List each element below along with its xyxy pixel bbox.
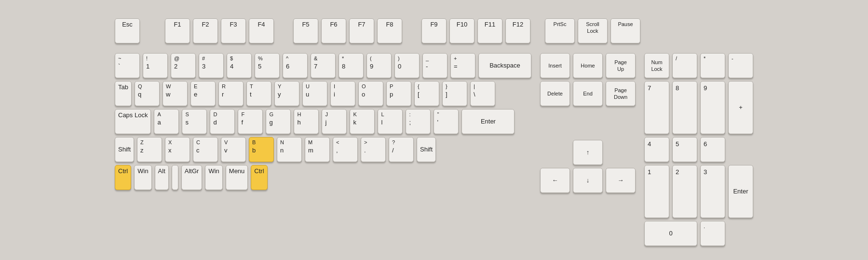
key-f9[interactable]: F9	[421, 18, 447, 43]
key-space[interactable]	[172, 165, 178, 190]
key-8[interactable]: * 8	[339, 53, 364, 78]
key-page-up[interactable]: PageUp	[606, 53, 636, 78]
key-win-right[interactable]: Win	[205, 165, 222, 190]
key-f5[interactable]: F5	[293, 18, 318, 43]
key-z[interactable]: Z z	[137, 137, 162, 162]
key-k[interactable]: K k	[350, 109, 375, 134]
key-4[interactable]: $ 4	[227, 53, 252, 78]
key-l[interactable]: L l	[378, 109, 403, 134]
key-f2[interactable]: F2	[193, 18, 218, 43]
key-x[interactable]: X x	[165, 137, 190, 162]
key-arrow-down[interactable]: ↓	[573, 168, 603, 193]
key-n[interactable]: N n	[277, 137, 302, 162]
key-page-down[interactable]: PageDown	[606, 81, 636, 106]
key-5[interactable]: % 5	[255, 53, 280, 78]
key-menu[interactable]: Menu	[226, 165, 248, 190]
key-num-3[interactable]: 3	[700, 165, 725, 218]
key-j[interactable]: J j	[322, 109, 347, 134]
key-home[interactable]: Home	[573, 53, 603, 78]
key-t[interactable]: T t	[246, 81, 271, 106]
key-1[interactable]: ! 1	[143, 53, 168, 78]
key-shift-left[interactable]: Shift	[115, 137, 134, 162]
key-num-2[interactable]: 2	[672, 165, 697, 218]
key-arrow-up[interactable]: ↑	[573, 140, 603, 165]
key-ctrl-right[interactable]: Ctrl	[251, 165, 267, 190]
key-comma[interactable]: < ,	[333, 137, 358, 162]
key-7[interactable]: & 7	[311, 53, 336, 78]
key-num-multiply[interactable]: *	[700, 53, 725, 78]
key-num-1[interactable]: 1	[644, 165, 669, 218]
key-ctrl-left[interactable]: Ctrl	[115, 165, 131, 190]
key-2[interactable]: @ 2	[171, 53, 196, 78]
key-num-0[interactable]: 0	[644, 221, 697, 246]
key-i[interactable]: I i	[330, 81, 355, 106]
key-caps-lock[interactable]: Caps Lock	[115, 109, 151, 134]
key-f1[interactable]: F1	[165, 18, 190, 43]
key-f4[interactable]: F4	[249, 18, 274, 43]
key-win-left[interactable]: Win	[134, 165, 151, 190]
key-enter[interactable]: Enter	[461, 109, 515, 134]
key-arrow-right[interactable]: →	[606, 168, 636, 193]
key-tab[interactable]: Tab	[115, 81, 132, 106]
key-3[interactable]: # 3	[199, 53, 224, 78]
key-0[interactable]: ) 0	[394, 53, 420, 78]
key-num-5[interactable]: 5	[672, 137, 697, 162]
key-num-slash[interactable]: /	[672, 53, 697, 78]
key-w[interactable]: W w	[163, 81, 188, 106]
key-delete[interactable]: Delete	[540, 81, 570, 106]
key-esc[interactable]: Esc	[115, 18, 140, 43]
key-r[interactable]: R r	[218, 81, 244, 106]
key-shift-right[interactable]: Shift	[417, 137, 436, 162]
key-e[interactable]: E e	[190, 81, 216, 106]
key-f6[interactable]: F6	[321, 18, 346, 43]
key-slash[interactable]: ? /	[389, 137, 414, 162]
key-prtsc[interactable]: PrtSc	[545, 18, 575, 43]
key-f11[interactable]: F11	[477, 18, 502, 43]
key-backslash[interactable]: | \	[470, 81, 495, 106]
key-alt-left[interactable]: Alt	[155, 165, 169, 190]
key-h[interactable]: H h	[294, 109, 319, 134]
key-insert[interactable]: Insert	[540, 53, 570, 78]
key-g[interactable]: G g	[266, 109, 291, 134]
key-altgr[interactable]: AltGr	[181, 165, 203, 190]
key-s[interactable]: S s	[182, 109, 207, 134]
key-num-lock[interactable]: NumLock	[644, 53, 669, 78]
key-9[interactable]: ( 9	[366, 53, 392, 78]
key-6[interactable]: ^ 6	[283, 53, 308, 78]
key-o[interactable]: O o	[358, 81, 383, 106]
key-backtick[interactable]: ~ `	[115, 53, 140, 78]
key-f8[interactable]: F8	[377, 18, 402, 43]
key-num-plus[interactable]: +	[728, 81, 753, 134]
key-num-minus[interactable]: -	[728, 53, 753, 78]
key-f7[interactable]: F7	[349, 18, 374, 43]
key-q[interactable]: Q q	[135, 81, 160, 106]
key-rbracket[interactable]: } ]	[442, 81, 467, 106]
key-f3[interactable]: F3	[221, 18, 246, 43]
key-num-6[interactable]: 6	[700, 137, 725, 162]
key-num-9[interactable]: 9	[700, 81, 725, 134]
key-f10[interactable]: F10	[449, 18, 475, 43]
key-scroll-lock[interactable]: ScrollLock	[578, 18, 608, 43]
key-semicolon[interactable]: : ;	[406, 109, 431, 134]
key-num-8[interactable]: 8	[672, 81, 697, 134]
key-period[interactable]: > .	[361, 137, 386, 162]
key-p[interactable]: P p	[386, 81, 411, 106]
key-c[interactable]: C c	[193, 137, 218, 162]
key-v[interactable]: V v	[221, 137, 246, 162]
key-minus[interactable]: _ -	[422, 53, 448, 78]
key-pause[interactable]: Pause	[610, 18, 640, 43]
key-lbracket[interactable]: { [	[414, 81, 439, 106]
key-backspace[interactable]: Backspace	[478, 53, 531, 78]
key-y[interactable]: Y y	[274, 81, 299, 106]
key-quote[interactable]: " '	[434, 109, 459, 134]
key-num-dot[interactable]: .	[700, 221, 725, 246]
key-d[interactable]: D d	[210, 109, 235, 134]
key-end[interactable]: End	[573, 81, 603, 106]
key-a[interactable]: A a	[154, 109, 179, 134]
key-num-enter[interactable]: Enter	[728, 165, 753, 218]
key-arrow-left[interactable]: ←	[540, 168, 570, 193]
key-f12[interactable]: F12	[505, 18, 530, 43]
key-f[interactable]: F f	[238, 109, 263, 134]
key-num-7[interactable]: 7	[644, 81, 669, 134]
key-num-4[interactable]: 4	[644, 137, 669, 162]
